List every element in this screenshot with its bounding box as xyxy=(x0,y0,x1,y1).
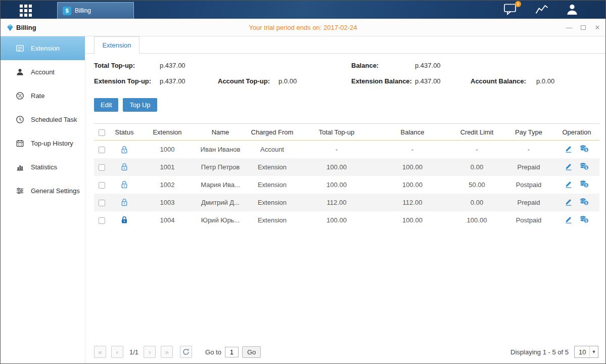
chart-icon[interactable] xyxy=(535,3,550,16)
row-checkbox[interactable] xyxy=(99,182,105,189)
cell-total-topup: 112.00 xyxy=(299,194,375,211)
tab-extension[interactable]: Extension xyxy=(94,36,139,54)
chevron-down-icon: ▼ xyxy=(589,346,598,357)
select-all-checkbox[interactable] xyxy=(99,129,105,136)
account-topup-value: p.0.00 xyxy=(278,77,297,85)
general-settings-icon xyxy=(16,187,24,195)
table-header-row: Status Extension Name Charged From Total… xyxy=(94,124,599,141)
header-charged-from: Charged From xyxy=(246,124,299,141)
topbar-tab-billing[interactable]: $ Billing xyxy=(57,2,134,19)
cell-credit-limit: 50.00 xyxy=(450,176,503,194)
extension-balance-label: Extension Balance: xyxy=(351,77,412,85)
chat-icon[interactable]: ! xyxy=(504,3,519,16)
sidebar-item-label: Top-up History xyxy=(31,140,73,147)
extension-icon xyxy=(16,44,24,53)
summary-panel: Total Top-up: p.437.00 Balance: p.437.00… xyxy=(85,59,605,93)
edit-icon[interactable] xyxy=(565,215,573,225)
sidebar-item-rate[interactable]: Rate xyxy=(1,84,85,108)
svg-text:$: $ xyxy=(585,183,587,187)
account-topup-label: Account Top-up: xyxy=(218,77,270,85)
cell-credit-limit: - xyxy=(450,141,503,158)
sidebar-item-topup-history[interactable]: Top-up History xyxy=(1,131,85,155)
cell-extension: 1003 xyxy=(139,194,195,211)
header-credit-limit: Credit Limit xyxy=(450,124,503,141)
prev-page-button[interactable]: ‹ xyxy=(111,346,123,358)
row-checkbox[interactable] xyxy=(99,200,105,206)
cell-credit-limit: 100.00 xyxy=(450,211,503,229)
sidebar-item-scheduled-task[interactable]: Scheduled Task xyxy=(1,108,85,131)
topup-history-icon xyxy=(16,139,24,148)
cell-pay-type: - xyxy=(503,141,554,158)
edit-icon[interactable] xyxy=(565,162,573,172)
status-lock-icon xyxy=(121,198,128,206)
table-row: 1003Дмитрий Д...Extension112.00112.000.0… xyxy=(94,194,599,211)
top-up-button[interactable]: Top Up xyxy=(123,98,157,112)
cell-balance: - xyxy=(375,141,450,158)
status-lock-icon xyxy=(121,216,128,223)
top-up-icon[interactable]: $ xyxy=(580,215,589,225)
page-size-select[interactable]: 10 ▼ xyxy=(574,346,598,358)
edit-button[interactable]: Edit xyxy=(94,98,118,112)
last-page-button[interactable]: » xyxy=(161,346,173,358)
cell-pay-type: Postpaid xyxy=(503,211,554,229)
svg-text:$: $ xyxy=(585,148,587,152)
status-lock-icon xyxy=(121,145,128,153)
toolbar: Edit Top Up xyxy=(94,98,157,112)
refresh-icon xyxy=(182,348,190,355)
sidebar-item-label: Rate xyxy=(31,92,44,100)
cell-balance: 100.00 xyxy=(375,158,450,176)
maximize-icon[interactable] xyxy=(579,24,587,31)
cell-pay-type: Prepaid xyxy=(503,194,554,211)
cell-pay-type: Postpaid xyxy=(503,176,554,194)
row-checkbox[interactable] xyxy=(99,164,105,171)
goto-label: Go to xyxy=(205,348,221,356)
next-page-button[interactable]: › xyxy=(144,346,156,358)
sidebar-item-general-settings[interactable]: General Settings xyxy=(1,179,85,203)
top-up-icon[interactable]: $ xyxy=(580,180,589,190)
go-button[interactable]: Go xyxy=(242,346,261,358)
app-grid-icon[interactable] xyxy=(20,5,32,17)
user-icon[interactable] xyxy=(566,3,581,16)
sidebar-item-label: Account xyxy=(31,68,55,76)
header-status: Status xyxy=(109,124,139,141)
cell-charged-from: Extension xyxy=(246,194,299,211)
cell-credit-limit: 0.00 xyxy=(450,194,503,211)
edit-icon[interactable] xyxy=(565,198,573,207)
cell-charged-from: Account xyxy=(246,141,299,158)
cell-pay-type: Prepaid xyxy=(503,158,554,176)
row-checkbox[interactable] xyxy=(99,147,105,153)
cell-extension: 1001 xyxy=(139,158,195,176)
top-up-icon[interactable]: $ xyxy=(580,145,589,154)
account-balance-label: Account Balance: xyxy=(471,77,526,85)
first-page-button[interactable]: « xyxy=(94,346,106,358)
cell-balance: 100.00 xyxy=(375,211,450,229)
sidebar-item-extension[interactable]: Extension xyxy=(1,36,85,60)
header-pay-type: Pay Type xyxy=(503,124,554,141)
page-size-value: 10 xyxy=(575,348,589,356)
statistics-icon xyxy=(16,163,24,171)
edit-icon[interactable] xyxy=(565,180,573,190)
cell-charged-from: Extension xyxy=(246,158,299,176)
top-up-icon[interactable]: $ xyxy=(580,198,589,207)
edit-icon[interactable] xyxy=(565,145,573,154)
title-bar: Billing Your trial period ends on: 2017-… xyxy=(1,19,605,36)
extension-topup-value: p.437.00 xyxy=(160,77,185,85)
cell-credit-limit: 0.00 xyxy=(450,158,503,176)
header-extension: Extension xyxy=(139,124,195,141)
row-checkbox[interactable] xyxy=(99,217,105,224)
sidebar-item-label: Scheduled Task xyxy=(31,116,77,123)
top-up-icon[interactable]: $ xyxy=(580,162,589,172)
sidebar-item-statistics[interactable]: Statistics xyxy=(1,155,85,179)
cell-name: Дмитрий Д... xyxy=(195,194,246,211)
minimize-icon[interactable]: — xyxy=(565,24,573,31)
sidebar-item-account[interactable]: Account xyxy=(1,60,85,84)
sidebar-item-label: General Settings xyxy=(31,187,80,195)
goto-page-input[interactable] xyxy=(225,347,239,357)
close-icon[interactable]: ✕ xyxy=(593,24,601,31)
extension-table: Status Extension Name Charged From Total… xyxy=(94,123,598,229)
total-topup-label: Total Top-up: xyxy=(94,62,135,69)
main-content: Extension Total Top-up: p.437.00 Balance… xyxy=(85,36,605,363)
cell-total-topup: - xyxy=(299,141,375,158)
cell-extension: 1004 xyxy=(139,211,195,229)
refresh-button[interactable] xyxy=(180,346,192,358)
